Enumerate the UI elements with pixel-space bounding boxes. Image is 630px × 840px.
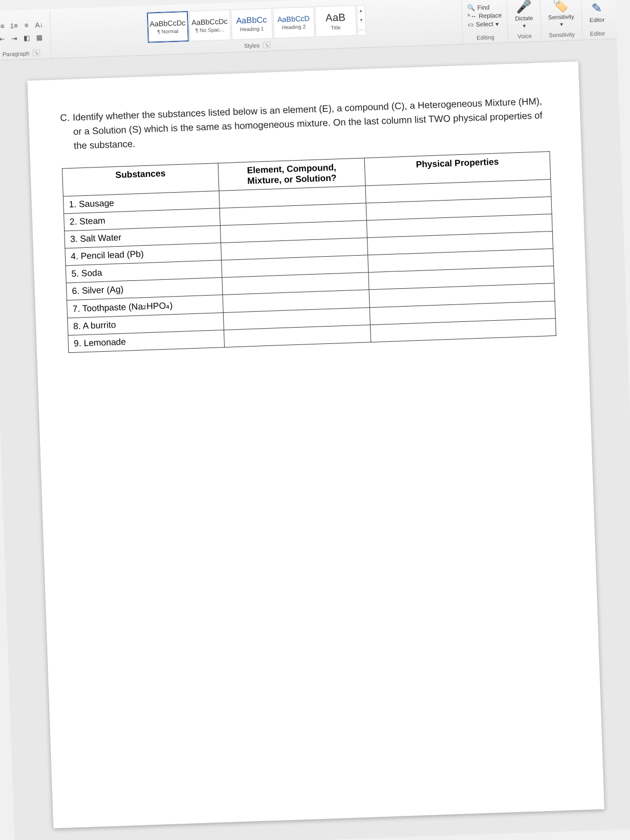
document-page[interactable]: C. Identify whether the substances liste… — [27, 61, 604, 828]
sensitivity-icon: 🏷️ — [553, 0, 569, 13]
sensitivity-button[interactable]: 🏷️ Sensitivity ▾ — [545, 0, 577, 29]
worksheet-table: Substances Element, Compound, Mixture, o… — [62, 151, 556, 353]
editor-button[interactable]: ✎ Editor — [587, 0, 607, 24]
dictate-button[interactable]: 🎤 Dictate ▾ — [512, 0, 536, 30]
more-icon: ⋯ — [358, 27, 365, 32]
voice-label: Voice — [518, 33, 532, 39]
sensitivity-label: Sensitivity — [549, 31, 575, 38]
find-icon: 🔍 — [467, 4, 475, 12]
microphone-icon: 🎤 — [516, 0, 532, 14]
decrease-indent-icon[interactable]: ⇤ — [0, 33, 8, 45]
paragraph-dialog-launcher[interactable]: ↘ — [33, 50, 40, 56]
style-title[interactable]: AaB Title — [314, 5, 356, 37]
voice-group: 🎤 Dictate ▾ Voice — [507, 0, 541, 43]
bullets-icon[interactable]: •≡ — [0, 20, 7, 33]
multilevel-icon[interactable]: ≡ — [20, 19, 33, 32]
select-icon: ▭ — [468, 20, 474, 28]
styles-more-button[interactable]: ▴ ▾ ⋯ — [356, 5, 366, 36]
document-area: C. Identify whether the substances liste… — [0, 39, 630, 840]
editing-label: Editing — [477, 34, 495, 41]
question-text: C. Identify whether the substances liste… — [60, 94, 549, 153]
chevron-up-icon: ▴ — [357, 7, 364, 13]
editor-group: ✎ Editor Editor — [581, 0, 613, 40]
chevron-down-icon: ▾ — [522, 23, 526, 29]
editor-icon: ✎ — [591, 1, 602, 16]
borders-icon[interactable]: ▦ — [34, 32, 46, 44]
find-button[interactable]: 🔍 Find — [467, 3, 490, 11]
increase-indent-icon[interactable]: ⇥ — [8, 33, 20, 45]
replace-icon: ᵇ↔ — [468, 12, 477, 20]
shading-icon[interactable]: ◧ — [21, 32, 33, 44]
chevron-down-icon: ▾ — [358, 17, 365, 23]
style-normal[interactable]: AaBbCcDc ¶ Normal — [146, 10, 188, 43]
paragraph-label: Paragraph — [2, 50, 29, 58]
paragraph-group: •≡ 1≡ ≡ A↓ ⇤ ⇥ ◧ ▦ Paragraph ↘ — [0, 11, 52, 60]
select-button[interactable]: ▭ Select ▾ — [468, 20, 499, 28]
styles-gallery: AaBbCcDc ¶ Normal AaBbCcDc ¶ No Spac... … — [146, 5, 366, 43]
styles-label: Styles — [244, 42, 260, 49]
question-body: Identify whether the substances listed b… — [72, 94, 549, 153]
chevron-down-icon: ▾ — [560, 21, 563, 28]
chevron-down-icon: ▾ — [495, 20, 498, 27]
editor-label: Editor — [590, 30, 605, 37]
sort-icon[interactable]: A↓ — [33, 19, 45, 31]
question-letter: C. — [60, 111, 71, 154]
numbering-icon[interactable]: 1≡ — [8, 20, 20, 32]
style-heading-1[interactable]: AaBbCc Heading 1 — [230, 8, 272, 40]
style-no-spacing[interactable]: AaBbCcDc ¶ No Spac... — [188, 9, 230, 41]
styles-dialog-launcher[interactable]: ↘ — [263, 42, 270, 48]
sensitivity-group: 🏷️ Sensitivity ▾ Sensitivity — [540, 0, 583, 41]
editing-group: 🔍 Find ᵇ↔ Replace ▭ Select ▾ Editing — [461, 0, 508, 44]
replace-button[interactable]: ᵇ↔ Replace — [468, 12, 502, 20]
header-type: Element, Compound, Mixture, or Solution? — [218, 158, 365, 191]
style-heading-2[interactable]: AaBbCcD Heading 2 — [272, 6, 314, 38]
